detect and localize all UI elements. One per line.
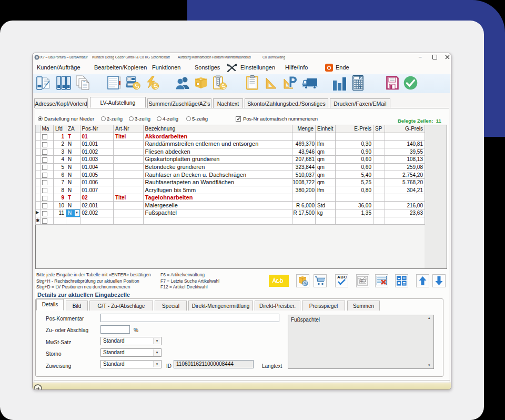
svg-text:abc: abc: [360, 280, 363, 282]
